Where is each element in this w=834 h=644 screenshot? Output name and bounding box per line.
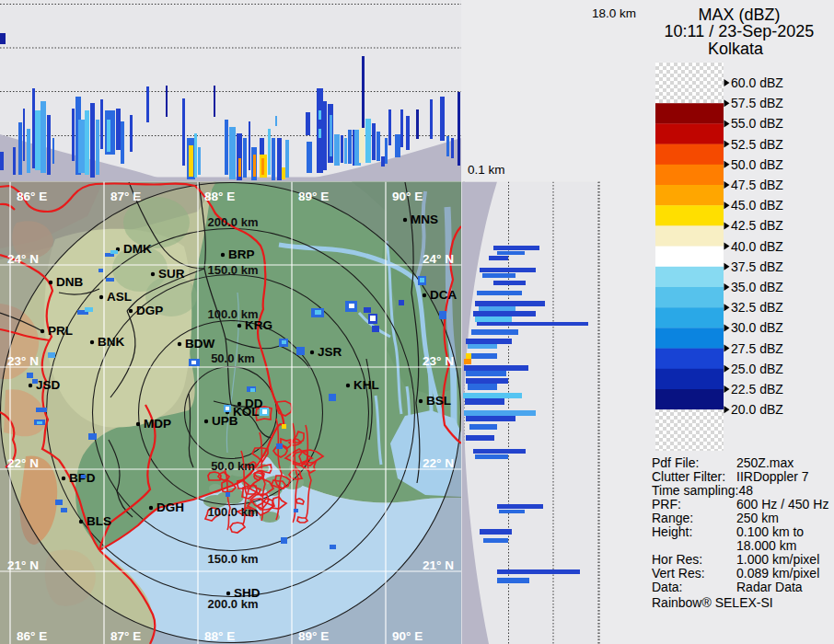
svg-text:90° E: 90° E <box>392 629 423 643</box>
svg-text:22° N: 22° N <box>423 456 454 470</box>
svg-text:Time sampling:48: Time sampling:48 <box>652 483 753 498</box>
svg-text:KHL: KHL <box>353 378 379 392</box>
svg-text:86° E: 86° E <box>17 629 47 643</box>
svg-text:UPB: UPB <box>212 414 238 428</box>
svg-text:BRP: BRP <box>228 247 255 261</box>
svg-text:100.0 km: 100.0 km <box>208 505 259 519</box>
svg-text:DGP: DGP <box>136 304 163 317</box>
svg-text:DMK: DMK <box>123 242 152 256</box>
svg-text:BLS: BLS <box>87 514 111 528</box>
svg-text:Hor Res:: Hor Res: <box>652 552 702 567</box>
svg-text:Pdf File:: Pdf File: <box>652 455 699 470</box>
svg-text:MNS: MNS <box>411 213 438 226</box>
svg-text:SHD: SHD <box>234 586 261 600</box>
svg-text:22° N: 22° N <box>7 456 39 470</box>
svg-text:SUR: SUR <box>158 267 185 281</box>
svg-text:0.089 km/pixel: 0.089 km/pixel <box>736 566 819 581</box>
svg-text:BSL: BSL <box>426 394 451 408</box>
svg-text:88° E: 88° E <box>204 629 235 643</box>
svg-text:200.0 km: 200.0 km <box>208 215 259 229</box>
svg-text:55.0 dBZ: 55.0 dBZ <box>731 116 783 131</box>
svg-text:Range:: Range: <box>652 511 693 525</box>
svg-text:PRL: PRL <box>48 324 73 338</box>
svg-text:DCA: DCA <box>430 288 457 302</box>
svg-text:JSR: JSR <box>318 345 342 359</box>
svg-text:Vert Res:: Vert Res: <box>652 566 705 581</box>
svg-text:90° E: 90° E <box>392 190 423 203</box>
svg-text:0.100 km to: 0.100 km to <box>736 524 804 539</box>
svg-text:21° N: 21° N <box>7 558 39 572</box>
svg-text:DNB: DNB <box>56 275 83 289</box>
svg-text:250 km: 250 km <box>736 511 779 525</box>
svg-text:22.5 dBZ: 22.5 dBZ <box>731 382 783 397</box>
svg-text:DGH: DGH <box>156 500 184 514</box>
svg-text:20.0 dBZ: 20.0 dBZ <box>731 402 783 417</box>
svg-text:BDW: BDW <box>185 337 214 351</box>
svg-text:1.000 km/pixel: 1.000 km/pixel <box>736 552 819 567</box>
svg-text:MDP: MDP <box>144 417 171 431</box>
svg-text:89° E: 89° E <box>298 190 329 203</box>
svg-text:0.1 km: 0.1 km <box>468 163 505 177</box>
svg-text:Radar Data: Radar Data <box>736 580 803 594</box>
svg-text:27.5 dBZ: 27.5 dBZ <box>731 341 783 356</box>
svg-text:23° N: 23° N <box>423 354 454 368</box>
svg-text:10:11 / 23-Sep-2025: 10:11 / 23-Sep-2025 <box>665 22 815 40</box>
svg-text:Clutter Filter:: Clutter Filter: <box>652 469 725 484</box>
svg-text:ASL: ASL <box>107 290 132 304</box>
svg-text:21° N: 21° N <box>423 558 454 572</box>
svg-text:32.5 dBZ: 32.5 dBZ <box>731 300 783 315</box>
svg-text:89° E: 89° E <box>298 629 329 643</box>
svg-text:40.0 dBZ: 40.0 dBZ <box>731 239 783 254</box>
svg-text:IIRDoppler 7: IIRDoppler 7 <box>736 469 809 484</box>
svg-text:Rainbow® SELEX-SI: Rainbow® SELEX-SI <box>652 595 773 610</box>
svg-text:18.0 km: 18.0 km <box>592 6 636 20</box>
svg-text:86° E: 86° E <box>17 190 47 203</box>
svg-text:50.0 dBZ: 50.0 dBZ <box>731 157 783 172</box>
svg-text:Kolkata: Kolkata <box>708 40 764 58</box>
svg-text:250Z.max: 250Z.max <box>736 455 793 470</box>
svg-text:Height:: Height: <box>652 524 692 539</box>
svg-text:50.0 km: 50.0 km <box>211 459 255 473</box>
svg-text:47.5 dBZ: 47.5 dBZ <box>731 178 783 192</box>
svg-text:18.000 km: 18.000 km <box>736 538 796 553</box>
svg-text:45.0 dBZ: 45.0 dBZ <box>731 198 783 213</box>
svg-text:24° N: 24° N <box>423 252 454 266</box>
svg-text:30.0 dBZ: 30.0 dBZ <box>731 320 783 335</box>
svg-text:87° E: 87° E <box>110 629 141 643</box>
svg-text:150.0 km: 150.0 km <box>208 263 259 277</box>
svg-text:87° E: 87° E <box>110 190 141 203</box>
svg-text:23° N: 23° N <box>7 354 39 368</box>
svg-text:35.0 dBZ: 35.0 dBZ <box>731 280 783 294</box>
svg-text:Data:: Data: <box>652 580 682 594</box>
svg-text:KRG: KRG <box>245 318 272 332</box>
svg-text:42.5 dBZ: 42.5 dBZ <box>731 218 783 233</box>
svg-text:600 Hz / 450 Hz: 600 Hz / 450 Hz <box>736 497 828 512</box>
svg-text:52.5 dBZ: 52.5 dBZ <box>731 137 783 152</box>
svg-text:37.5 dBZ: 37.5 dBZ <box>731 259 783 274</box>
svg-text:57.5 dBZ: 57.5 dBZ <box>731 96 783 110</box>
svg-text:60.0 dBZ: 60.0 dBZ <box>731 75 783 90</box>
svg-text:PRF:: PRF: <box>652 497 681 512</box>
svg-text:24° N: 24° N <box>7 252 39 266</box>
svg-text:MAX (dBZ): MAX (dBZ) <box>698 6 780 24</box>
svg-text:88° E: 88° E <box>204 190 235 203</box>
svg-text:50.0 km: 50.0 km <box>211 351 255 365</box>
svg-text:150.0 km: 150.0 km <box>208 552 259 566</box>
svg-text:JSD: JSD <box>36 378 61 392</box>
svg-text:BNK: BNK <box>98 335 124 349</box>
svg-text:25.0 dBZ: 25.0 dBZ <box>731 362 783 376</box>
